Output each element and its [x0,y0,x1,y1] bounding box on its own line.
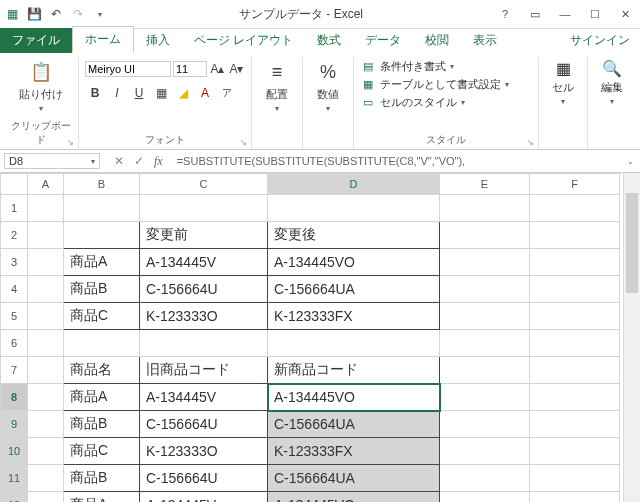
cell-A9[interactable] [28,411,64,438]
border-button[interactable]: ▦ [151,83,171,103]
alignment-dropdown-icon[interactable]: ▾ [275,104,279,113]
cell-A6[interactable] [28,330,64,357]
cell-C11[interactable]: C-156664U [140,465,268,492]
cell-F8[interactable] [530,384,620,411]
row-header-7[interactable]: 7 [1,357,28,384]
row-header-10[interactable]: 10 [1,438,28,465]
cell-A3[interactable] [28,249,64,276]
cell-D8[interactable]: A-134445VO [268,384,440,411]
row-header-11[interactable]: 11 [1,465,28,492]
col-header-A[interactable]: A [28,174,64,195]
tab-page-layout[interactable]: ページ レイアウト [182,28,305,53]
underline-button[interactable]: U [129,83,149,103]
cells-button[interactable]: ▦ セル ▾ [545,59,581,106]
row-header-6[interactable]: 6 [1,330,28,357]
cell-B8[interactable]: 商品A [64,384,140,411]
cell-F11[interactable] [530,465,620,492]
cell-E10[interactable] [440,438,530,465]
cell-C5[interactable]: K-123333O [140,303,268,330]
row-header-5[interactable]: 5 [1,303,28,330]
font-size-input[interactable] [173,61,207,77]
cell-E7[interactable] [440,357,530,384]
enter-formula-icon[interactable]: ✓ [134,154,144,168]
italic-button[interactable]: I [107,83,127,103]
name-box-dropdown-icon[interactable]: ▾ [91,157,95,166]
fill-color-button[interactable]: ◢ [173,83,193,103]
vertical-scroll-thumb[interactable] [626,193,638,293]
cell-A5[interactable] [28,303,64,330]
cell-C3[interactable]: A-134445V [140,249,268,276]
cell-F4[interactable] [530,276,620,303]
cell-D3[interactable]: A-134445VO [268,249,440,276]
cell-A1[interactable] [28,195,64,222]
row-header-12[interactable]: 12 [1,492,28,503]
cell-D2[interactable]: 変更後 [268,222,440,249]
cell-F7[interactable] [530,357,620,384]
cell-B4[interactable]: 商品B [64,276,140,303]
cell-B9[interactable]: 商品B [64,411,140,438]
chevron-down-icon[interactable]: ▾ [610,97,614,106]
cell-E2[interactable] [440,222,530,249]
row-header-2[interactable]: 2 [1,222,28,249]
cell-B10[interactable]: 商品C [64,438,140,465]
col-header-B[interactable]: B [64,174,140,195]
maximize-icon[interactable]: ☐ [584,5,606,23]
row-header-3[interactable]: 3 [1,249,28,276]
cell-B3[interactable]: 商品A [64,249,140,276]
cell-C9[interactable]: C-156664U [140,411,268,438]
redo-icon[interactable]: ↷ [70,6,86,22]
help-icon[interactable]: ? [494,5,516,23]
cell-E4[interactable] [440,276,530,303]
cell-B2[interactable] [64,222,140,249]
cell-C7[interactable]: 旧商品コード [140,357,268,384]
decrease-font-icon[interactable]: A▾ [228,59,245,79]
cell-A2[interactable] [28,222,64,249]
col-header-C[interactable]: C [140,174,268,195]
cell-B7[interactable]: 商品名 [64,357,140,384]
cell-B6[interactable] [64,330,140,357]
cell-D12[interactable]: A-134445VO [268,492,440,503]
cell-C12[interactable]: A-134445V [140,492,268,503]
chevron-down-icon[interactable]: ▾ [561,97,565,106]
row-header-1[interactable]: 1 [1,195,28,222]
col-header-F[interactable]: F [530,174,620,195]
grid[interactable]: ABCDEF12変更前変更後3商品AA-134445VA-134445VO4商品… [0,173,620,502]
fx-icon[interactable]: fx [154,154,163,169]
cell-B5[interactable]: 商品C [64,303,140,330]
cell-E6[interactable] [440,330,530,357]
vertical-scrollbar[interactable] [623,173,640,502]
cell-F3[interactable] [530,249,620,276]
number-button[interactable]: % 数値 ▾ [309,59,347,113]
col-header-D[interactable]: D [268,174,440,195]
format-as-table-button[interactable]: ▦ テーブルとして書式設定 ▾ [360,77,509,92]
cell-E3[interactable] [440,249,530,276]
ribbon-display-icon[interactable]: ▭ [524,5,546,23]
cell-F1[interactable] [530,195,620,222]
cell-B1[interactable] [64,195,140,222]
cell-C10[interactable]: K-123333O [140,438,268,465]
cell-F10[interactable] [530,438,620,465]
cell-C4[interactable]: C-156664U [140,276,268,303]
cell-E5[interactable] [440,303,530,330]
cell-A7[interactable] [28,357,64,384]
cell-D7[interactable]: 新商品コード [268,357,440,384]
cell-A11[interactable] [28,465,64,492]
cancel-formula-icon[interactable]: ✕ [114,154,124,168]
signin-link[interactable]: サインイン [560,28,640,53]
cell-F5[interactable] [530,303,620,330]
tab-home[interactable]: ホーム [72,26,134,53]
cell-F12[interactable] [530,492,620,503]
select-all-corner[interactable] [1,174,28,195]
conditional-formatting-button[interactable]: ▤ 条件付き書式 ▾ [360,59,509,74]
formula-expand-icon[interactable]: ⌄ [621,157,640,166]
tab-insert[interactable]: 挿入 [134,28,182,53]
cell-F2[interactable] [530,222,620,249]
cell-E12[interactable] [440,492,530,503]
cell-A10[interactable] [28,438,64,465]
tab-file[interactable]: ファイル [0,28,72,53]
cell-B12[interactable]: 商品A [64,492,140,503]
save-icon[interactable]: 💾 [26,6,42,22]
qat-customize-icon[interactable]: ▾ [92,6,108,22]
cell-C1[interactable] [140,195,268,222]
cell-F6[interactable] [530,330,620,357]
